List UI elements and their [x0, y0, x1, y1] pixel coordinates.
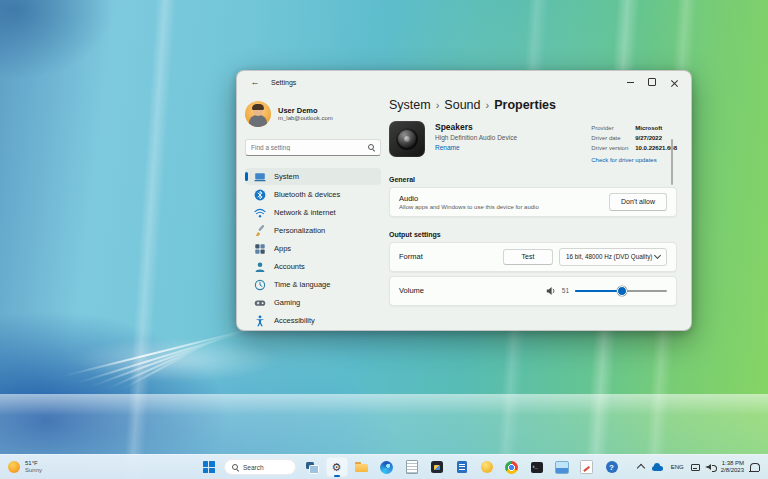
breadcrumb: System › Sound › Properties	[389, 98, 677, 112]
photos-button[interactable]	[551, 457, 573, 477]
driver-date-label: Driver date	[591, 133, 635, 143]
wifi-icon	[254, 207, 266, 219]
weather-widget[interactable]: 51°F Sunny	[8, 455, 42, 479]
provider-value: Microsoft	[635, 123, 662, 133]
clock-icon	[254, 279, 266, 291]
breadcrumb-properties: Properties	[494, 98, 556, 112]
sidebar-item-label: Accessibility	[274, 316, 315, 325]
minimize-icon	[627, 82, 634, 83]
sticky-notes-button[interactable]	[476, 457, 498, 477]
tray-date: 2/8/2023	[721, 467, 744, 475]
provider-label: Provider	[591, 123, 635, 133]
sidebar-item-label: Apps	[274, 244, 291, 253]
volume-slider[interactable]	[575, 286, 667, 296]
dont-allow-button[interactable]: Don't allow	[609, 193, 667, 211]
taskbar-center: Search ⚙ ?	[196, 456, 624, 478]
sidebar: User Demo m_lab@outlook.com System Bluet…	[237, 93, 389, 326]
user-name: User Demo	[278, 106, 333, 115]
settings-window: ← Settings User Demo m_lab@outlook.com	[236, 70, 692, 331]
language-indicator[interactable]: ENG	[671, 464, 684, 470]
sidebar-item-system[interactable]: System	[245, 168, 381, 185]
check-driver-updates-link[interactable]: Check for driver updates	[591, 155, 677, 165]
brush-icon	[254, 225, 266, 237]
notification-bell-icon[interactable]	[750, 463, 760, 471]
sidebar-item-apps[interactable]: Apps	[245, 240, 381, 257]
notepad-button[interactable]	[401, 457, 423, 477]
device-header: Speakers High Definition Audio Device Re…	[389, 121, 677, 165]
word-button[interactable]	[451, 457, 473, 477]
photos-icon	[555, 461, 569, 474]
terminal-icon	[531, 462, 543, 473]
minimize-button[interactable]	[619, 74, 641, 90]
volume-slider-handle[interactable]	[617, 286, 627, 296]
accessibility-icon	[254, 315, 266, 327]
onedrive-icon[interactable]	[651, 463, 664, 471]
device-name: Speakers	[435, 121, 517, 133]
network-icon[interactable]	[691, 464, 700, 471]
folder-icon	[355, 462, 368, 472]
sidebar-item-label: System	[274, 172, 299, 181]
paint-button[interactable]	[576, 457, 598, 477]
sidebar-item-label: Bluetooth & devices	[274, 190, 340, 199]
chrome-icon	[505, 461, 518, 474]
apps-grid-icon	[254, 243, 266, 255]
format-label: Format	[399, 252, 423, 261]
task-view-button[interactable]	[301, 457, 323, 477]
chrome-button[interactable]	[501, 457, 523, 477]
sidebar-item-accounts[interactable]: Accounts	[245, 258, 381, 275]
sidebar-item-network-internet[interactable]: Network & internet	[245, 204, 381, 221]
maximize-button[interactable]	[641, 74, 663, 90]
sidebar-item-personalization[interactable]: Personalization	[245, 222, 381, 239]
rename-link[interactable]: Rename	[435, 143, 517, 152]
sidebar-item-time-language[interactable]: Time & language	[245, 276, 381, 293]
maximize-icon	[648, 78, 656, 86]
test-button[interactable]: Test	[503, 249, 553, 265]
volume-icon[interactable]	[705, 463, 714, 471]
get-help-button[interactable]: ?	[601, 457, 623, 477]
volume-setting-card: Volume 51	[389, 276, 677, 306]
format-dropdown[interactable]: 16 bit, 48000 Hz (DVD Quality)	[559, 248, 667, 266]
clock[interactable]: 1:38 PM 2/8/2023	[721, 460, 744, 475]
settings-search-box[interactable]	[245, 139, 381, 156]
weather-temperature: 51°F	[25, 460, 42, 467]
media-app-button[interactable]	[426, 457, 448, 477]
breadcrumb-sound[interactable]: Sound	[444, 98, 480, 112]
search-icon	[368, 144, 375, 151]
edge-button[interactable]	[376, 457, 398, 477]
close-button[interactable]	[663, 74, 685, 90]
bluetooth-icon	[254, 189, 266, 201]
terminal-button[interactable]	[526, 457, 548, 477]
output-settings-section-title: Output settings	[389, 231, 677, 238]
gamepad-icon	[254, 297, 266, 309]
user-profile[interactable]: User Demo m_lab@outlook.com	[245, 101, 381, 127]
sidebar-item-bluetooth-devices[interactable]: Bluetooth & devices	[245, 186, 381, 203]
breadcrumb-system[interactable]: System	[389, 98, 431, 112]
taskbar: 51°F Sunny Search ⚙ ? ENG 1:38 PM	[0, 454, 768, 479]
wallpaper-horizon-band	[0, 394, 768, 455]
settings-app-button[interactable]: ⚙	[326, 457, 348, 477]
start-button[interactable]	[198, 457, 220, 477]
sidebar-item-accessibility[interactable]: Accessibility	[245, 312, 381, 329]
format-setting-card: Format Test 16 bit, 48000 Hz (DVD Qualit…	[389, 242, 677, 272]
content-scrollbar[interactable]	[671, 139, 674, 185]
search-input[interactable]	[251, 144, 368, 151]
titlebar[interactable]: ← Settings	[237, 71, 691, 93]
sidebar-nav: System Bluetooth & devices Network & int…	[245, 168, 381, 329]
avatar	[245, 101, 271, 127]
sticky-notes-icon	[481, 461, 493, 473]
sidebar-item-gaming[interactable]: Gaming	[245, 294, 381, 311]
sidebar-item-label: Network & internet	[274, 208, 336, 217]
file-explorer-button[interactable]	[351, 457, 373, 477]
media-app-icon	[431, 461, 443, 473]
volume-label: Volume	[399, 286, 424, 295]
tray-overflow-chevron-icon[interactable]	[636, 464, 644, 472]
edge-icon	[380, 461, 393, 474]
back-button[interactable]: ←	[245, 74, 265, 90]
windows-logo-icon	[203, 461, 215, 473]
taskbar-search[interactable]: Search	[224, 459, 296, 475]
help-icon: ?	[606, 461, 618, 473]
driver-info: ProviderMicrosoft Driver date9/27/2022 D…	[591, 121, 677, 165]
weather-condition: Sunny	[25, 467, 42, 474]
gear-icon: ⚙	[332, 462, 342, 473]
sun-icon	[8, 461, 20, 473]
